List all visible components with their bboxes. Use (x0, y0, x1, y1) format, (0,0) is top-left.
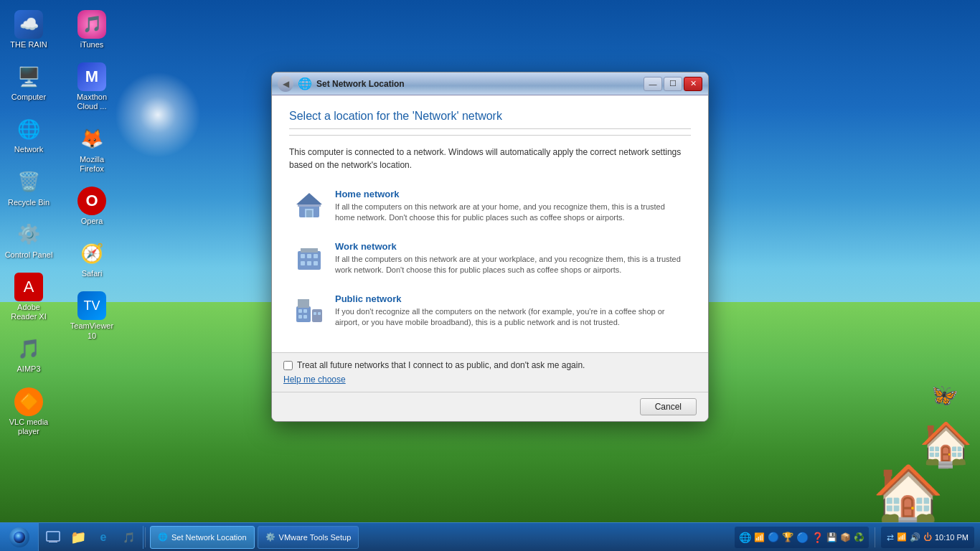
svg-rect-15 (298, 299, 309, 308)
dialog-action-bar: Cancel (272, 392, 708, 421)
tray-icon-signal[interactable]: 📶 (897, 532, 907, 542)
maximize-button[interactable]: ☐ (664, 77, 682, 91)
work-network-desc: If all the computers on this network are… (335, 254, 687, 276)
taskbar-item-vmware[interactable]: ⚙️ VMware Tools Setup (258, 526, 359, 549)
start-button[interactable] (0, 523, 39, 552)
start-orb (9, 527, 29, 547)
quick-launch-area: 📁 e 🎵 (39, 526, 143, 549)
svg-rect-17 (303, 309, 307, 313)
home-network-content: Home network If all the computers on thi… (335, 189, 687, 224)
taskbar-items: 🌐 Set Network Location ⚙️ VMware Tools S… (147, 526, 729, 549)
tray-icon-settings[interactable]: 🔵 (796, 532, 809, 543)
dialog-overlay: ◀ 🌐 Set Network Location — ☐ ✕ Select a … (0, 0, 980, 522)
svg-rect-20 (314, 312, 316, 315)
tray-icon-globe[interactable]: 🔵 (768, 532, 779, 542)
dialog-network-icon: 🌐 (298, 77, 312, 91)
svg-rect-21 (318, 312, 321, 315)
svg-rect-9 (314, 254, 318, 258)
tray-icon-speaker[interactable]: 🔊 (910, 532, 920, 542)
dialog-footer: Treat all future networks that I connect… (272, 352, 708, 392)
taskbar-item-icon-vmware: ⚙️ (265, 532, 275, 542)
taskbar-right: 🌐 📶 🔵 🏆 🔵 ❓ 💾 📦 ♻️ ⇄ 📶 🔊 ⏻ 10:10 PM (729, 527, 980, 548)
dialog-window-controls: — ☐ ✕ (644, 77, 702, 91)
svg-rect-4 (306, 210, 312, 217)
public-network-option[interactable]: Public network If you don't recognize al… (289, 286, 691, 336)
dialog-body: Select a location for the 'Network' netw… (272, 95, 708, 352)
checkbox-row: Treat all future networks that I connect… (283, 360, 697, 370)
desktop: 🏠 🏠 🦋 ☁️ THE RAIN 🖥️ Computer 🌐 Network (0, 0, 980, 551)
home-network-option[interactable]: Home network If all the computers on thi… (289, 182, 691, 231)
taskbar: 📁 e 🎵 🌐 Set Network Location ⚙️ VMware T… (0, 522, 980, 551)
svg-rect-14 (312, 309, 322, 322)
svg-rect-23 (47, 532, 60, 541)
cancel-button[interactable]: Cancel (640, 398, 697, 415)
tray-icon-network1[interactable]: 🌐 (739, 532, 751, 543)
header-divider (289, 135, 691, 136)
tray-separator (875, 527, 875, 547)
svg-rect-19 (303, 315, 307, 319)
public-checkbox[interactable] (283, 361, 293, 370)
work-network-option[interactable]: Work network If all the computers on thi… (289, 234, 691, 283)
tray-icon-storage[interactable]: 💾 (826, 532, 837, 542)
dialog-header: Select a location for the 'Network' netw… (289, 110, 691, 129)
public-network-icon (293, 293, 325, 325)
public-network-title: Public network (335, 293, 687, 304)
svg-rect-12 (314, 261, 318, 265)
ql-show-desktop[interactable] (42, 526, 65, 549)
home-network-title: Home network (335, 189, 687, 199)
dialog-description: This computer is connected to a network.… (289, 146, 691, 171)
svg-rect-10 (301, 261, 305, 265)
work-network-content: Work network If all the computers on thi… (335, 241, 687, 276)
tray-icon-help[interactable]: ❓ (811, 532, 824, 543)
tray-icon-trophy[interactable]: 🏆 (782, 532, 793, 542)
taskbar-item-set-network-location[interactable]: 🌐 Set Network Location (150, 526, 255, 549)
taskbar-item-icon-network: 🌐 (158, 532, 168, 542)
svg-rect-16 (298, 309, 302, 313)
tray-icon-arrows[interactable]: ⇄ (887, 532, 894, 542)
svg-point-22 (14, 532, 25, 543)
svg-rect-25 (47, 541, 59, 542)
minimize-button[interactable]: — (644, 77, 662, 91)
set-network-location-dialog: ◀ 🌐 Set Network Location — ☐ ✕ Select a … (271, 72, 709, 422)
close-button[interactable]: ✕ (684, 77, 702, 91)
work-network-icon (293, 241, 325, 273)
checkbox-label: Treat all future networks that I connect… (297, 360, 585, 370)
public-network-desc: If you don't recognize all the computers… (335, 306, 687, 329)
taskbar-item-label-vmware: VMware Tools Setup (279, 533, 352, 542)
work-network-title: Work network (335, 241, 687, 252)
help-link[interactable]: Help me choose (283, 375, 697, 385)
dialog-back-button[interactable]: ◀ (278, 76, 293, 92)
tray-icon-power[interactable]: ⏻ (923, 532, 932, 542)
quick-launch-separator (145, 527, 146, 547)
svg-rect-6 (301, 248, 318, 253)
svg-rect-7 (301, 254, 305, 258)
svg-rect-8 (307, 254, 311, 258)
home-network-desc: If all the computers on this network are… (335, 202, 687, 224)
home-network-icon (293, 189, 325, 220)
svg-rect-11 (307, 261, 311, 265)
svg-rect-5 (298, 251, 321, 270)
public-network-content: Public network If you don't recognize al… (335, 293, 687, 329)
ql-media[interactable]: 🎵 (117, 526, 140, 549)
dialog-titlebar: ◀ 🌐 Set Network Location — ☐ ✕ (272, 72, 708, 95)
svg-rect-13 (296, 306, 311, 322)
svg-rect-18 (298, 315, 302, 319)
svg-rect-3 (298, 204, 321, 207)
system-clock[interactable]: 10:10 PM (935, 533, 969, 542)
svg-marker-1 (296, 193, 322, 204)
taskbar-item-label-network: Set Network Location (171, 533, 247, 542)
tray-icon-network2[interactable]: 📶 (754, 532, 765, 542)
dialog-title: Set Network Location (316, 79, 639, 89)
ql-windows-explorer[interactable]: 📁 (67, 526, 90, 549)
tray-icon-router[interactable]: 📦 (840, 532, 851, 542)
tray-icon-recycle[interactable]: ♻️ (854, 532, 864, 542)
ql-internet-explorer[interactable]: e (92, 526, 115, 549)
